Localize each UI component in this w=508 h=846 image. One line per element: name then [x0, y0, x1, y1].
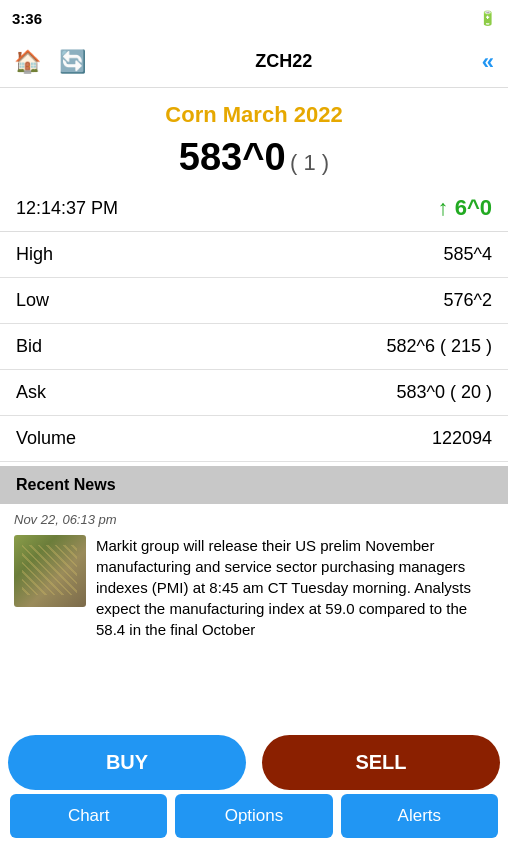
home-icon[interactable]: 🏠: [14, 49, 41, 75]
table-row: Bid 582^6 ( 215 ): [0, 324, 508, 370]
status-time: 3:36: [12, 10, 42, 27]
nav-bottom-row: Chart Options Alerts: [0, 794, 508, 846]
nav-bar: 🏠 🔄 ZCH22 «: [0, 36, 508, 88]
quote-data-table: High 585^4 Low 576^2 Bid 582^6 ( 215 ) A…: [0, 232, 508, 462]
refresh-icon[interactable]: 🔄: [59, 49, 86, 75]
bid-label: Bid: [0, 324, 204, 370]
table-row: Ask 583^0 ( 20 ): [0, 370, 508, 416]
news-timestamp: Nov 22, 06:13 pm: [0, 504, 508, 531]
low-label: Low: [0, 278, 204, 324]
time-change-row: 12:14:37 PM ↑ 6^0: [0, 187, 508, 232]
price-main: 583^0: [179, 136, 286, 178]
high-value: 585^4: [204, 232, 508, 278]
low-value: 576^2: [204, 278, 508, 324]
price-lots: ( 1 ): [290, 150, 329, 175]
battery-icon: 🔋: [479, 10, 496, 26]
bottom-actions: BUY SELL Chart Options Alerts: [0, 729, 508, 846]
table-row: High 585^4: [0, 232, 508, 278]
news-section-header: Recent News: [0, 466, 508, 504]
sell-button[interactable]: SELL: [262, 735, 500, 790]
status-bar: 3:36 🔋: [0, 0, 508, 36]
nav-title: ZCH22: [255, 51, 312, 72]
high-label: High: [0, 232, 204, 278]
buy-sell-row: BUY SELL: [0, 729, 508, 794]
price-row: 583^0 ( 1 ): [0, 132, 508, 187]
options-button[interactable]: Options: [175, 794, 332, 838]
volume-value: 122094: [204, 416, 508, 462]
ask-value: 583^0 ( 20 ): [204, 370, 508, 416]
instrument-title: Corn March 2022: [0, 88, 508, 132]
main-content: Corn March 2022 583^0 ( 1 ) 12:14:37 PM …: [0, 88, 508, 788]
alerts-button[interactable]: Alerts: [341, 794, 498, 838]
news-item: Markit group will release their US preli…: [0, 531, 508, 648]
price-change: ↑ 6^0: [438, 195, 492, 221]
buy-button[interactable]: BUY: [8, 735, 246, 790]
arrow-up-icon: ↑: [438, 195, 455, 220]
news-body: Markit group will release their US preli…: [96, 535, 494, 640]
news-thumbnail-image: [14, 535, 86, 607]
nav-left-icons: 🏠 🔄: [14, 49, 86, 75]
last-update-time: 12:14:37 PM: [16, 198, 118, 219]
bid-value: 582^6 ( 215 ): [204, 324, 508, 370]
back-button[interactable]: «: [482, 49, 494, 75]
table-row: Volume 122094: [0, 416, 508, 462]
chart-button[interactable]: Chart: [10, 794, 167, 838]
volume-label: Volume: [0, 416, 204, 462]
ask-label: Ask: [0, 370, 204, 416]
table-row: Low 576^2: [0, 278, 508, 324]
